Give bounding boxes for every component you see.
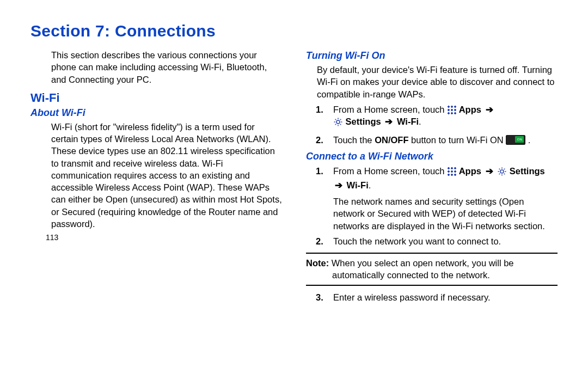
note-label: Note:: [306, 258, 329, 268]
connect-step-1: From a Home screen, touch Apps ➔ Setting…: [316, 165, 558, 192]
svg-point-1: [500, 170, 504, 173]
step-text: From a Home screen, touch: [333, 166, 447, 176]
left-column: This section describes the various conne…: [30, 48, 282, 308]
wifi-label: Wi-Fi: [397, 117, 419, 126]
turn-on-steps: From a Home screen, touch Apps ➔ Setting…: [316, 103, 558, 146]
gear-icon: [497, 167, 507, 179]
arrow-icon: ➔: [385, 115, 393, 127]
onoff-label: ON/OFF: [375, 135, 408, 145]
settings-label: Settings: [346, 117, 381, 126]
note-body: When you select an open network, you wil…: [329, 258, 513, 268]
connect-steps-2: Touch the network you want to connect to…: [316, 235, 558, 247]
connect-step-1-extra: The network names and security settings …: [333, 195, 558, 232]
gear-icon: [333, 117, 343, 130]
connect-steps: From a Home screen, touch Apps ➔ Setting…: [316, 165, 558, 192]
note-block: Note: When you select an open network, y…: [306, 253, 558, 286]
right-column: Turning Wi-Fi On By default, your device…: [306, 48, 558, 308]
section-title: Section 7: Connections: [30, 22, 558, 40]
apps-icon: [447, 105, 456, 114]
apps-icon: [447, 167, 456, 176]
step-text: Touch the: [333, 135, 375, 145]
two-column-layout: This section describes the various conne…: [30, 48, 558, 308]
svg-point-0: [336, 120, 340, 124]
connect-steps-3: Enter a wireless password if necessary.: [316, 291, 558, 303]
arrow-icon: ➔: [335, 179, 342, 191]
heading-turning-wifi-on: Turning Wi-Fi On: [306, 50, 558, 62]
heading-connect-network: Connect to a Wi-Fi Network: [306, 151, 558, 162]
turn-on-intro: By default, your device's Wi-Fi feature …: [317, 64, 558, 100]
step-text: button to turn Wi-Fi ON: [411, 135, 506, 145]
arrow-icon: ➔: [486, 103, 493, 115]
intro-paragraph: This section describes the various conne…: [51, 49, 280, 85]
settings-label: Settings: [510, 166, 545, 176]
page-number: 113: [46, 233, 282, 242]
arrow-icon: ➔: [486, 165, 493, 177]
note-indent: automatically connected to the network.: [332, 269, 558, 281]
heading-wifi: Wi-Fi: [30, 91, 282, 105]
manual-page: Section 7: Connections This section desc…: [0, 0, 588, 312]
apps-label: Apps: [459, 105, 481, 114]
apps-label: Apps: [459, 166, 481, 176]
wifi-label: Wi-Fi: [347, 180, 369, 190]
heading-about-wifi: About Wi-Fi: [30, 107, 282, 119]
connect-step-2: Touch the network you want to connect to…: [316, 235, 558, 247]
turn-on-step-1: From a Home screen, touch Apps ➔ Setting…: [316, 103, 558, 130]
connect-step-3: Enter a wireless password if necessary.: [316, 291, 558, 303]
switch-on-icon: [506, 135, 525, 145]
step-text: From a Home screen, touch: [333, 105, 447, 114]
about-wifi-body: Wi-Fi (short for "wireless fidelity") is…: [51, 121, 282, 230]
turn-on-step-2: Touch the ON/OFF button to turn Wi-Fi ON…: [316, 134, 558, 146]
